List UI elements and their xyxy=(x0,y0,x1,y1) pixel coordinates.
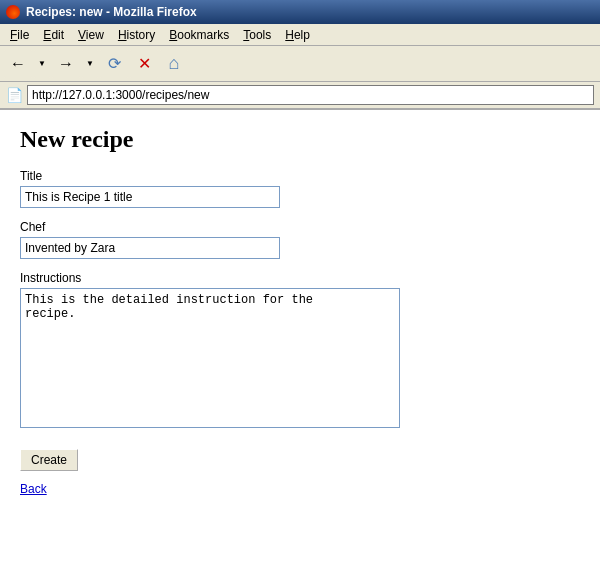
create-button[interactable]: Create xyxy=(20,449,78,471)
menu-bookmarks[interactable]: Bookmarks xyxy=(163,26,235,44)
chef-field-group: Chef xyxy=(20,220,580,259)
forward-arrow-icon: → xyxy=(58,55,74,73)
title-label: Title xyxy=(20,169,580,183)
home-button[interactable]: ⌂ xyxy=(160,50,188,78)
stop-icon: ✕ xyxy=(138,54,151,73)
address-bar: 📄 xyxy=(0,82,600,110)
title-bar: Recipes: new - Mozilla Firefox xyxy=(0,0,600,24)
content-area: New recipe Title Chef Instructions This … xyxy=(0,110,600,585)
chef-label: Chef xyxy=(20,220,580,234)
menu-edit[interactable]: Edit xyxy=(37,26,70,44)
firefox-icon xyxy=(6,5,20,19)
toolbar: ← ▼ → ▼ ⟳ ✕ ⌂ xyxy=(0,46,600,82)
chef-input[interactable] xyxy=(20,237,280,259)
address-input[interactable] xyxy=(27,85,594,105)
menu-help[interactable]: Help xyxy=(279,26,316,44)
instructions-field-group: Instructions This is the detailed instru… xyxy=(20,271,580,431)
menu-history[interactable]: History xyxy=(112,26,161,44)
back-button[interactable]: ← xyxy=(4,50,32,78)
back-dropdown-icon: ▼ xyxy=(38,59,46,68)
refresh-button[interactable]: ⟳ xyxy=(100,50,128,78)
menu-bar: File Edit View History Bookmarks Tools H… xyxy=(0,24,600,46)
refresh-icon: ⟳ xyxy=(108,54,121,73)
stop-button[interactable]: ✕ xyxy=(130,50,158,78)
forward-dropdown-icon: ▼ xyxy=(86,59,94,68)
forward-dropdown-button[interactable]: ▼ xyxy=(82,50,98,78)
instructions-textarea[interactable]: This is the detailed instruction for the… xyxy=(20,288,400,428)
back-arrow-icon: ← xyxy=(10,55,26,73)
page-title: New recipe xyxy=(20,126,580,153)
home-icon: ⌂ xyxy=(169,53,180,74)
instructions-label: Instructions xyxy=(20,271,580,285)
page-icon: 📄 xyxy=(6,87,23,103)
menu-file[interactable]: File xyxy=(4,26,35,44)
menu-view[interactable]: View xyxy=(72,26,110,44)
title-bar-text: Recipes: new - Mozilla Firefox xyxy=(26,5,197,19)
back-dropdown-button[interactable]: ▼ xyxy=(34,50,50,78)
title-input[interactable] xyxy=(20,186,280,208)
menu-tools[interactable]: Tools xyxy=(237,26,277,44)
forward-button[interactable]: → xyxy=(52,50,80,78)
back-link[interactable]: Back xyxy=(20,482,47,496)
title-field-group: Title xyxy=(20,169,580,208)
